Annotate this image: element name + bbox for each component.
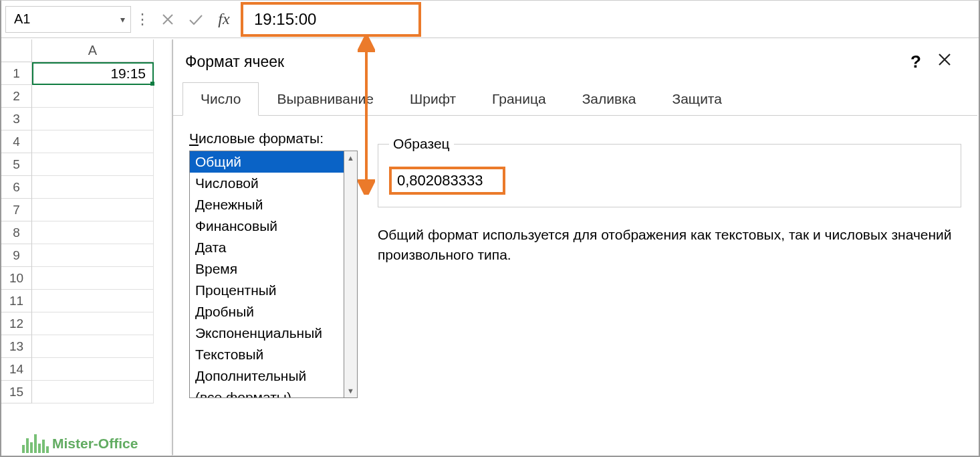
sample-value: 0,802083333 xyxy=(389,167,505,195)
row-header[interactable]: 9 xyxy=(1,244,32,267)
close-icon xyxy=(937,52,952,67)
row-header[interactable]: 5 xyxy=(1,153,32,176)
row-header[interactable]: 1 xyxy=(1,62,32,85)
row-header[interactable]: 3 xyxy=(1,108,32,130)
cell[interactable] xyxy=(32,130,154,153)
sample-label: Образец xyxy=(389,136,454,152)
row-header[interactable]: 11 xyxy=(1,290,32,312)
row-header[interactable]: 12 xyxy=(1,312,32,335)
cell-A1[interactable]: 19:15 xyxy=(32,62,154,85)
format-option[interactable]: Числовой xyxy=(190,173,344,194)
formula-bar: A1 ▾ ⋮ fx 19:15:00 xyxy=(1,1,979,38)
watermark-bars-icon xyxy=(21,434,49,453)
row-header[interactable]: 14 xyxy=(1,358,32,381)
format-option[interactable]: Денежный xyxy=(190,194,344,215)
row-header[interactable]: 8 xyxy=(1,221,32,244)
cancel-formula-button[interactable] xyxy=(154,6,182,33)
cell[interactable] xyxy=(32,221,154,244)
enter-formula-button[interactable] xyxy=(182,6,210,33)
formula-input-value: 19:15:00 xyxy=(254,10,316,29)
close-button[interactable] xyxy=(931,48,959,75)
cell[interactable] xyxy=(32,358,154,381)
cell[interactable] xyxy=(32,199,154,221)
tab-Граница[interactable]: Граница xyxy=(474,82,564,116)
row-header[interactable]: 15 xyxy=(1,381,32,403)
separator-grip: ⋮ xyxy=(131,11,154,28)
format-list-scrollbar[interactable]: ▲ ▼ xyxy=(344,151,358,398)
dialog-title: Формат ячеек xyxy=(185,53,284,71)
format-option[interactable]: Дополнительный xyxy=(190,365,344,387)
check-icon xyxy=(188,13,204,26)
format-option[interactable]: Финансовый xyxy=(190,215,344,237)
name-box-value: A1 xyxy=(14,11,30,27)
tab-Шрифт[interactable]: Шрифт xyxy=(392,82,474,116)
format-option[interactable]: Дата xyxy=(190,237,344,258)
row-header[interactable]: 2 xyxy=(1,85,32,108)
formula-input[interactable]: 19:15:00 xyxy=(241,2,421,37)
cell[interactable] xyxy=(32,244,154,267)
cell[interactable] xyxy=(32,153,154,176)
x-icon xyxy=(161,13,174,26)
row-header[interactable]: 7 xyxy=(1,199,32,221)
tab-Защита[interactable]: Защита xyxy=(654,82,740,116)
watermark-text: Mister-Office xyxy=(52,436,138,452)
cell[interactable] xyxy=(32,85,154,108)
format-description: Общий формат используется для отображени… xyxy=(378,225,959,266)
row-header[interactable]: 4 xyxy=(1,130,32,153)
format-option[interactable]: Время xyxy=(190,258,344,280)
format-option[interactable]: Экспоненциальный xyxy=(190,323,344,344)
help-button[interactable]: ? xyxy=(901,48,931,76)
format-option[interactable]: (все форматы) xyxy=(190,387,344,398)
row-header[interactable]: 6 xyxy=(1,176,32,199)
scroll-down-icon[interactable]: ▼ xyxy=(344,384,357,397)
tab-Число[interactable]: Число xyxy=(182,82,259,116)
tab-Выравнивание[interactable]: Выравнивание xyxy=(259,82,392,116)
row-header[interactable]: 10 xyxy=(1,267,32,290)
number-format-list[interactable]: ОбщийЧисловойДенежныйФинансовыйДатаВремя… xyxy=(189,151,344,398)
scroll-up-icon[interactable]: ▲ xyxy=(344,151,357,165)
number-formats-label: Числовые форматы: xyxy=(189,130,358,147)
cell[interactable] xyxy=(32,108,154,130)
format-option[interactable]: Процентный xyxy=(190,280,344,301)
row-header[interactable]: 13 xyxy=(1,335,32,358)
dialog-tabs: ЧислоВыравниваниеШрифтГраницаЗаливкаЗащи… xyxy=(173,84,977,116)
tab-Заливка[interactable]: Заливка xyxy=(564,82,654,116)
cell[interactable] xyxy=(32,335,154,358)
worksheet-grid[interactable]: A 119:1523456789101112131415 xyxy=(1,39,172,456)
select-all-corner[interactable] xyxy=(1,39,32,62)
cell[interactable] xyxy=(32,381,154,403)
column-header-A[interactable]: A xyxy=(32,39,154,62)
format-option[interactable]: Общий xyxy=(190,151,344,173)
name-box[interactable]: A1 ▾ xyxy=(5,6,131,33)
cell[interactable] xyxy=(32,290,154,312)
sample-box: Образец 0,802083333 xyxy=(378,136,961,207)
format-option[interactable]: Текстовый xyxy=(190,344,344,365)
chevron-down-icon[interactable]: ▾ xyxy=(120,14,125,25)
cell[interactable] xyxy=(32,267,154,290)
watermark: Mister-Office xyxy=(21,434,138,453)
cell[interactable] xyxy=(32,312,154,335)
format-option[interactable]: Дробный xyxy=(190,301,344,323)
format-cells-dialog: Формат ячеек ? ЧислоВыравниваниеШрифтГра… xyxy=(172,39,977,455)
cell[interactable] xyxy=(32,176,154,199)
insert-function-button[interactable]: fx xyxy=(210,6,238,33)
